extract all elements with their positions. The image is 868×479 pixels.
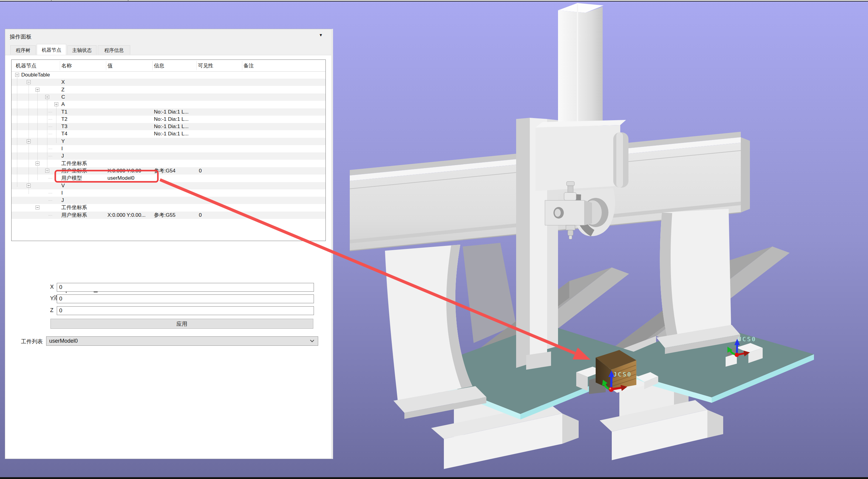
application-window: JCS0 UCS0 xyxy=(0,0,868,479)
column-separator xyxy=(242,61,242,70)
tree-guide-line xyxy=(37,89,38,180)
tree-row[interactable]: X xyxy=(11,78,326,86)
z-offset-input[interactable] xyxy=(57,306,314,315)
tab-1[interactable]: 程序树 xyxy=(10,45,36,55)
toolbar-separator xyxy=(51,0,52,1)
tree-connector xyxy=(49,156,52,156)
info-cell: No:-1 Dia:1 L... xyxy=(154,116,189,123)
name-cell: C xyxy=(61,94,65,101)
tree-row[interactable]: 用户坐标系X:0.000 Y:0.00...参考:G550 xyxy=(11,212,326,219)
tree-connector xyxy=(49,178,52,179)
tree-row[interactable]: I xyxy=(11,189,326,197)
column-header[interactable]: 机器节点 xyxy=(16,62,36,69)
workpiece-select-value: userModel0 xyxy=(49,338,78,344)
tree-row[interactable]: Z xyxy=(11,86,326,94)
tree-row[interactable]: T3No:-1 Dia:1 L... xyxy=(11,123,326,130)
column-header[interactable]: 可见性 xyxy=(198,62,213,69)
tree-connector xyxy=(49,119,52,120)
tree-row[interactable]: I xyxy=(11,145,326,152)
apply-button[interactable]: 应用 xyxy=(51,319,313,329)
tree-row[interactable]: 用户坐标系X:0.000 Y:0.00参考:G540 xyxy=(11,167,326,174)
workpiece-select[interactable]: userModel0 xyxy=(46,336,318,346)
value-cell: X:0.000 Y:0.00 xyxy=(107,167,141,174)
name-cell: V xyxy=(61,182,65,189)
tree-row[interactable]: T4No:-1 Dia:1 L... xyxy=(11,130,326,137)
tree-row[interactable]: C xyxy=(11,94,326,101)
tree-row[interactable]: 工件坐标系 xyxy=(11,204,326,211)
name-cell: 工件坐标系 xyxy=(61,204,87,211)
name-cell: I xyxy=(61,145,63,152)
column-header[interactable]: 值 xyxy=(107,62,113,69)
tree-row[interactable]: A xyxy=(11,101,326,108)
column-header[interactable]: 名称 xyxy=(61,62,72,69)
name-cell: A xyxy=(61,101,65,108)
panel-title: 操作面板 xyxy=(10,33,32,40)
tab-4[interactable]: 程序信息 xyxy=(98,45,130,55)
axis-label-y: Y xyxy=(50,295,54,302)
name-cell: X xyxy=(61,78,65,86)
right-ucs-label: UCS0 xyxy=(738,336,756,342)
gantry-right-leg xyxy=(656,209,740,354)
tab-2[interactable]: 机器节点 xyxy=(37,44,66,55)
tree-guide-line xyxy=(56,103,57,143)
left-ucs-label: JCS0 xyxy=(613,371,632,378)
tree-connector xyxy=(49,134,52,134)
tree-connector xyxy=(49,215,52,216)
y-offset-input[interactable] xyxy=(57,294,314,303)
tree-guide-line xyxy=(47,96,48,172)
column-separator xyxy=(152,61,153,70)
visibility-cell: 0 xyxy=(199,167,202,174)
value-cell: userModel0 xyxy=(107,174,134,182)
collapse-arrow-icon[interactable]: ▼ xyxy=(319,33,323,37)
axis-label-x: X xyxy=(50,284,54,290)
expand-collapse-box[interactable] xyxy=(35,205,39,210)
name-cell: 用户模型 xyxy=(61,174,82,182)
column-separator xyxy=(60,61,60,70)
tree-connector xyxy=(49,193,52,193)
name-cell: T3 xyxy=(61,123,67,130)
panel-tabs: 程序树机器节点主轴状态程序信息 xyxy=(5,44,331,55)
operation-panel: 操作面板 ▼ 程序树机器节点主轴状态程序信息 机器节点名称值信息可见性备注 Do… xyxy=(5,29,333,459)
panel-title-bar: 操作面板 ▼ xyxy=(5,29,331,44)
info-cell: No:-1 Dia:1 L... xyxy=(154,108,189,116)
tree-row[interactable]: J xyxy=(11,152,326,160)
column-header[interactable]: 信息 xyxy=(154,62,164,69)
workpiece-list-label: 工件列表 xyxy=(21,338,43,345)
tree-guide-line xyxy=(17,74,17,187)
node-label: DoubleTable xyxy=(21,71,50,78)
tree-row[interactable]: Y xyxy=(11,138,326,145)
name-cell: Z xyxy=(61,86,64,94)
column-separator xyxy=(196,61,197,70)
visibility-cell: 0 xyxy=(199,212,202,219)
tree-row[interactable]: V xyxy=(11,182,326,189)
info-cell: 参考:G55 xyxy=(154,212,176,219)
tree-connector xyxy=(49,127,52,127)
tree-row[interactable]: 工件坐标系 xyxy=(11,160,326,167)
machine-node-table: 机器节点名称值信息可见性备注 DoubleTableXZCAT1No:-1 Di… xyxy=(11,60,326,241)
name-cell: Y xyxy=(61,138,65,145)
tree-row-highlighted[interactable]: 用户模型userModel0 xyxy=(11,174,326,182)
tree-row[interactable]: DoubleTable xyxy=(11,71,326,78)
tree-row[interactable]: T1No:-1 Dia:1 L... xyxy=(11,108,326,116)
name-cell: 工件坐标系 xyxy=(61,160,87,167)
chevron-down-icon xyxy=(310,340,314,342)
axis-label-z: Z xyxy=(50,307,54,314)
tree-guide-line xyxy=(29,82,29,194)
table-header: 机器节点名称值信息可见性备注 xyxy=(11,60,326,72)
info-cell: No:-1 Dia:1 L... xyxy=(154,130,189,137)
tree-row[interactable]: T2No:-1 Dia:1 L... xyxy=(11,116,326,123)
name-cell: T2 xyxy=(61,116,67,123)
tree-row[interactable]: J xyxy=(11,197,326,204)
column-separator xyxy=(106,61,106,70)
toolbar-edge xyxy=(0,0,868,2)
tab-3[interactable]: 主轴状态 xyxy=(67,45,97,55)
column-header[interactable]: 备注 xyxy=(244,62,254,69)
x-offset-input[interactable] xyxy=(57,283,314,292)
toolbar-separator xyxy=(128,0,128,1)
value-cell: X:0.000 Y:0.00... xyxy=(107,212,146,219)
name-cell: J xyxy=(61,152,64,160)
name-cell: I xyxy=(61,189,63,197)
taskbar-edge xyxy=(0,477,868,479)
tree-connector xyxy=(49,200,52,201)
name-cell: T1 xyxy=(61,108,67,116)
